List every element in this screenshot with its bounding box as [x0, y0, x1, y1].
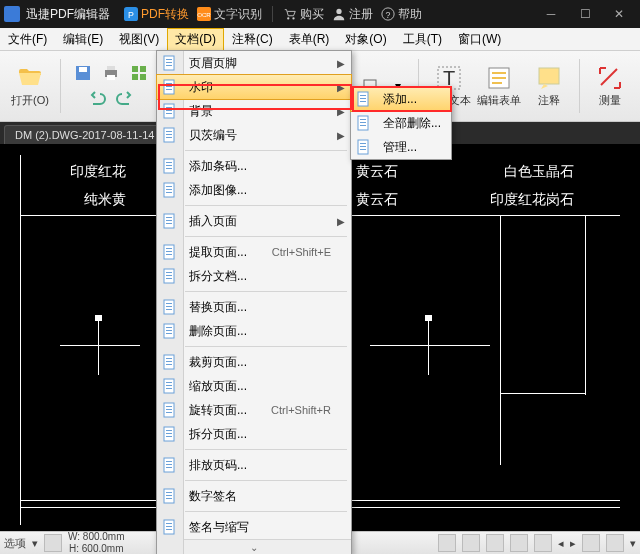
svg-rect-97: [166, 529, 172, 530]
menu-item[interactable]: 插入页面▶: [157, 209, 351, 233]
svg-rect-55: [166, 248, 172, 249]
menu-item-icon: [162, 55, 178, 71]
menu-item-icon: [162, 79, 178, 95]
svg-rect-53: [166, 223, 172, 224]
svg-rect-96: [166, 526, 172, 527]
svg-rect-14: [132, 66, 138, 72]
chevron-down-icon[interactable]: ▾: [32, 537, 38, 550]
menu-item[interactable]: 注释(C): [224, 28, 281, 50]
document-tab[interactable]: DM (2).DWG-2017-08-11-14: [4, 125, 165, 144]
save-button[interactable]: [69, 60, 97, 86]
menu-item[interactable]: 页眉页脚▶: [157, 51, 351, 75]
menu-item[interactable]: 表单(R): [281, 28, 338, 50]
ocr-link[interactable]: OCR 文字识别: [193, 6, 266, 23]
svg-rect-35: [166, 107, 172, 108]
tab-label: DM (2).DWG-2017-08-11-14: [15, 129, 154, 141]
convert-icon: P: [124, 7, 138, 21]
svg-rect-16: [132, 74, 138, 80]
measure-button[interactable]: 测量: [586, 57, 634, 115]
maximize-button[interactable]: ☐: [568, 0, 602, 28]
buy-label: 购买: [300, 6, 324, 23]
submenu-item[interactable]: 添加...: [351, 87, 451, 111]
svg-rect-79: [166, 406, 172, 407]
print-button[interactable]: [97, 60, 125, 86]
svg-rect-37: [166, 113, 172, 114]
svg-rect-22: [492, 72, 506, 74]
menu-item[interactable]: 删除页面...: [157, 319, 351, 343]
menu-item[interactable]: 签名与缩写: [157, 515, 351, 539]
status-tool-icon[interactable]: [438, 534, 456, 552]
status-icon[interactable]: [44, 534, 62, 552]
submenu-item[interactable]: 管理...: [351, 135, 451, 159]
menu-item-icon: [162, 182, 178, 198]
cad-text: 印度红花: [70, 163, 126, 181]
submenu-item[interactable]: 全部删除...: [351, 111, 451, 135]
status-tool-icon[interactable]: [534, 534, 552, 552]
menu-item-label: 裁剪页面...: [189, 354, 247, 371]
user-icon: [332, 7, 346, 21]
status-options[interactable]: 选项: [4, 536, 26, 551]
menu-item-icon: [162, 299, 178, 315]
menu-item[interactable]: 添加图像...: [157, 178, 351, 202]
menu-item[interactable]: 裁剪页面...: [157, 350, 351, 374]
menu-item[interactable]: 排放页码...: [157, 453, 351, 477]
open-button[interactable]: 打开(O): [6, 57, 54, 115]
menu-item[interactable]: 窗口(W): [450, 28, 509, 50]
menu-item[interactable]: 文件(F): [0, 28, 55, 50]
status-tool-icon[interactable]: [582, 534, 600, 552]
menu-item-icon: [162, 323, 178, 339]
menu-item[interactable]: 对象(O): [337, 28, 394, 50]
annotate-button[interactable]: 注释: [525, 57, 573, 115]
folder-open-icon: [17, 65, 43, 91]
menu-item[interactable]: 贝茨编号▶: [157, 123, 351, 147]
svg-rect-45: [166, 168, 172, 169]
svg-rect-27: [166, 59, 172, 60]
chevron-right-icon[interactable]: ▸: [570, 537, 576, 550]
svg-text:P: P: [128, 10, 134, 20]
svg-rect-41: [166, 137, 172, 138]
menu-item[interactable]: 编辑(E): [55, 28, 111, 50]
menu-item[interactable]: 旋转页面...Ctrl+Shift+R: [157, 398, 351, 422]
status-tool-icon[interactable]: [486, 534, 504, 552]
ribbon-divider: [579, 59, 580, 113]
chevron-down-icon[interactable]: ▾: [630, 537, 636, 550]
svg-rect-49: [166, 192, 172, 193]
grid-button[interactable]: [125, 60, 153, 86]
menu-item[interactable]: 背景▶: [157, 99, 351, 123]
minimize-button[interactable]: ─: [534, 0, 568, 28]
menu-item[interactable]: 水印▶: [157, 75, 351, 99]
menu-item[interactable]: 提取页面...Ctrl+Shift+E: [157, 240, 351, 264]
menu-item[interactable]: 拆分文档...: [157, 264, 351, 288]
buy-link[interactable]: 购买: [279, 6, 328, 23]
menu-bar: 文件(F)编辑(E)视图(V)文档(D)注释(C)表单(R)对象(O)工具(T)…: [0, 28, 640, 51]
redo-button[interactable]: [111, 86, 139, 112]
menu-item-icon: [356, 139, 372, 155]
pdf-convert-link[interactable]: P PDF转换: [120, 6, 193, 23]
svg-rect-103: [360, 119, 366, 120]
register-link[interactable]: 注册: [328, 6, 377, 23]
menu-expand-footer[interactable]: ⌄: [157, 539, 351, 554]
menu-item[interactable]: 数字签名: [157, 484, 351, 508]
menu-item-icon: [162, 519, 178, 535]
menu-item-icon: [162, 268, 178, 284]
menu-item[interactable]: 工具(T): [395, 28, 450, 50]
status-tool-icon[interactable]: [510, 534, 528, 552]
menu-item[interactable]: 替换页面...: [157, 295, 351, 319]
menu-item[interactable]: 视图(V): [111, 28, 167, 50]
svg-rect-43: [166, 162, 172, 163]
submenu-arrow-icon: ▶: [337, 216, 345, 227]
menu-item[interactable]: 文档(D): [167, 28, 224, 50]
menu-item[interactable]: 拆分页面...: [157, 422, 351, 446]
menu-item[interactable]: 缩放页面...: [157, 374, 351, 398]
close-button[interactable]: ✕: [602, 0, 636, 28]
status-tool-icon[interactable]: [462, 534, 480, 552]
menu-item-icon: [162, 103, 178, 119]
chevron-left-icon[interactable]: ◂: [558, 537, 564, 550]
help-link[interactable]: ? 帮助: [377, 6, 426, 23]
undo-button[interactable]: [83, 86, 111, 112]
edit-form-button[interactable]: 编辑表单: [475, 57, 523, 115]
menu-item-icon: [162, 354, 178, 370]
status-tool-icon[interactable]: [606, 534, 624, 552]
svg-rect-76: [166, 385, 172, 386]
menu-item[interactable]: 添加条码...: [157, 154, 351, 178]
